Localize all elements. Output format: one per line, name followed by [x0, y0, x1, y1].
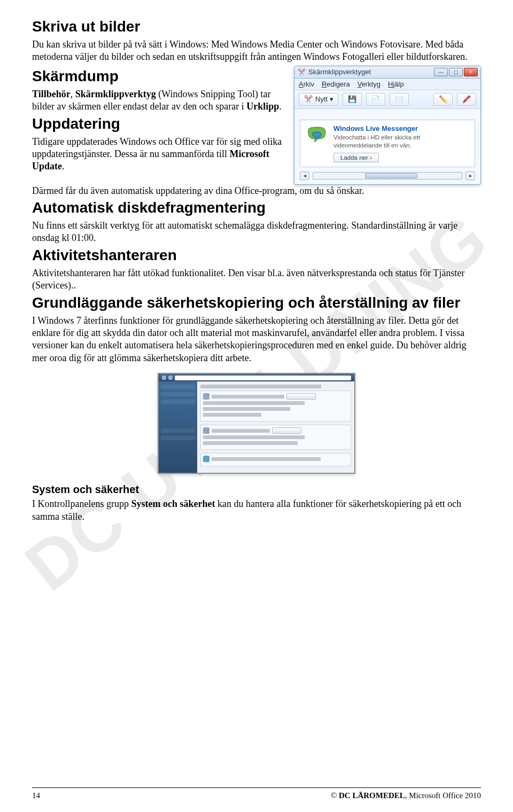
menubar: Arkiv Redigera Verktyg Hjälp [294, 79, 480, 90]
window-title: Skärmklippverktyget [308, 68, 431, 76]
toolbar: ✂️ Nytt ▾ 💾 📄 ✉️ ✏️ 🖍️ [294, 90, 480, 109]
menu-verktyg[interactable]: Verktyg [357, 80, 380, 88]
scroll-right-icon[interactable]: ▸ [465, 171, 475, 180]
control-panel-screenshot [158, 373, 355, 474]
new-snip-label: Nytt [315, 95, 328, 103]
pen-button[interactable]: ✏️ [433, 93, 453, 106]
heading-uppdatering: Uppdatering [32, 115, 286, 132]
messenger-icon [305, 124, 329, 149]
heading-defrag: Automatisk diskdefragmentering [32, 199, 481, 216]
paragraph-aktivitet: Aktivitetshanteraren har fått utökad fun… [32, 267, 481, 292]
paragraph-skarmdump: Tillbehör, Skärmklippverktyg (Windows Sn… [32, 88, 286, 113]
paragraph-system: I Kontrollpanelens grupp System och säke… [32, 498, 481, 523]
page-number: 14 [32, 791, 40, 800]
menu-hjalp[interactable]: Hjälp [388, 80, 404, 88]
popup-title: Windows Live Messenger [333, 124, 470, 132]
messenger-popup: Windows Live Messenger Videochatta i HD … [300, 120, 475, 167]
scroll-left-icon[interactable]: ◂ [300, 171, 309, 180]
dropdown-arrow-icon: ▾ [330, 95, 333, 103]
popup-text: Videochatta i HD eller skicka ett videom… [333, 134, 470, 150]
scissors-icon: ✂️ [304, 95, 313, 104]
heading-skriva: Skriva ut bilder [32, 18, 481, 35]
highlighter-button[interactable]: 🖍️ [457, 93, 476, 106]
paragraph-uppdatering-2: Därmed får du även automatisk uppdaterin… [32, 185, 481, 197]
maximize-button[interactable]: ▢ [449, 68, 463, 76]
popup-download-button[interactable]: Ladda ner › [333, 153, 379, 162]
paragraph-backup: I Windows 7 återfinns funktioner för gru… [32, 315, 481, 365]
highlighter-icon: 🖍️ [462, 95, 471, 104]
heading-skarmdump: Skärmdump [32, 68, 286, 85]
minimize-button[interactable]: — [434, 68, 448, 76]
menu-redigera[interactable]: Redigera [322, 80, 350, 88]
copy-button[interactable]: 📄 [366, 93, 385, 106]
paragraph-uppdatering-1: Tidigare uppdaterades Windows och Office… [32, 136, 286, 173]
arrow-right-icon: › [370, 154, 372, 161]
paragraph-defrag: Nu finns ett särskilt verktyg för att au… [32, 220, 481, 245]
heading-aktivitet: Aktivitetshanteraren [32, 247, 481, 264]
save-icon: 💾 [347, 95, 357, 104]
page-content: Skriva ut bilder Du kan skriva ut bilder… [32, 18, 481, 523]
window-titlebar[interactable]: ✂️ Skärmklippverktyget — ▢ ✕ [294, 66, 480, 79]
horizontal-scrollbar[interactable]: ◂ ▸ [300, 171, 475, 180]
mail-icon: ✉️ [394, 95, 404, 104]
new-snip-button[interactable]: ✂️ Nytt ▾ [299, 93, 338, 106]
mail-button[interactable]: ✉️ [390, 93, 409, 106]
page-footer: 14 © DC LÄROMEDEL, Microsoft Office 2010 [32, 787, 481, 800]
scroll-track[interactable] [313, 172, 462, 179]
save-button[interactable]: 💾 [343, 93, 362, 106]
close-button[interactable]: ✕ [464, 68, 478, 76]
paragraph-skriva: Du kan skriva ut bilder på två sätt i Wi… [32, 38, 481, 64]
pen-icon: ✏️ [438, 95, 448, 104]
snipping-tool-window: ✂️ Skärmklippverktyget — ▢ ✕ Arkiv Redig… [294, 66, 481, 185]
app-icon: ✂️ [297, 68, 306, 76]
heading-backup: Grundläggande säkerhetskopiering och åte… [32, 294, 481, 311]
copyright: © DC LÄROMEDEL, Microsoft Office 2010 [331, 791, 481, 800]
menu-arkiv[interactable]: Arkiv [299, 80, 314, 88]
scroll-thumb[interactable] [365, 173, 417, 178]
heading-system: System och säkerhet [32, 483, 481, 496]
copy-icon: 📄 [371, 95, 380, 104]
